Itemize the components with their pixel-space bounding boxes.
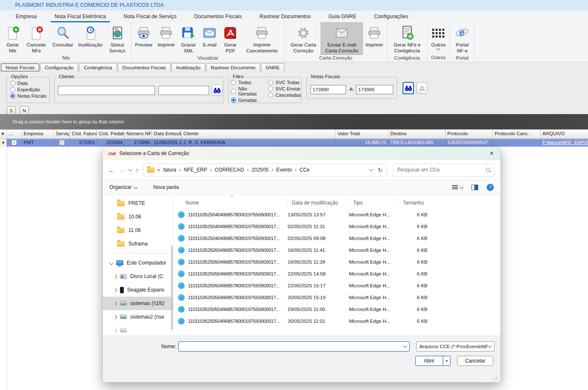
sidebar-folder-suframa[interactable]: Suframa [103,237,173,251]
radio-expedicao[interactable]: Expedição [10,87,49,92]
tab-rastrear-documento[interactable]: Rastrear Documento [206,63,260,71]
tab-notas-fiscais[interactable]: Notas Fiscais [1,63,39,71]
resize-grip[interactable] [496,379,497,380]
chevron-collapsed-icon[interactable] [113,301,117,305]
radio-canceladas[interactable]: Canceladas [268,93,301,98]
file-row[interactable]: 11011035250504968578000197550000017... 3… [174,315,501,327]
breadcrumb-segment[interactable]: 202505 [252,167,269,173]
cell-arquivo-link[interactable]: F:\fatura\NFE_ERP\202 [541,139,588,147]
imprimir-carta-button[interactable]: Imprimir [363,22,386,49]
consultar-button[interactable]: Consultar [50,22,76,49]
column-header-protocolo-canc[interactable]: Protocolo Canc. [493,130,541,138]
gravar-xml-button[interactable]: Gravar XML [177,22,199,55]
close-icon[interactable]: × [483,147,501,160]
file-name-input[interactable] [178,341,410,352]
file-row[interactable]: 11011035250404968578000197550000017... 0… [174,221,501,232]
export-button[interactable] [416,82,427,94]
sidebar-item-este-computador[interactable]: Este Computador [103,256,173,270]
column-header-cliente[interactable]: Cliente [182,130,336,138]
radio-geradas[interactable]: Geradas [231,98,267,103]
nova-pasta-button[interactable]: Nova pasta [153,184,179,190]
file-row[interactable]: 11011035250504968578000197550000017... 2… [174,280,501,292]
nf-from-input[interactable]: 173990 [310,85,346,94]
radio-todas[interactable]: Todas [231,80,267,85]
file-row[interactable]: 11011035250504968578000197550000017... 1… [174,256,501,268]
checkbox-unchecked-icon[interactable] [59,140,65,145]
cancelar-nfe-button[interactable]: Cancelar NFe [23,22,50,55]
breadcrumb-segment[interactable]: CCe [299,167,310,173]
file-row[interactable]: 11011035250504968578000197550000017... 2… [174,303,501,315]
file-row[interactable]: 11011035250404968578000197550000017... 1… [174,209,501,221]
column-header-empresa[interactable]: Empresa [22,130,54,138]
portal-nfe-button[interactable]: e Portal NF-e [451,22,473,55]
n-button[interactable]: N [20,106,29,115]
breadcrumb-segment[interactable]: NFE_ERP [184,167,207,173]
enviar-email-carta-correcao-button[interactable]: Enviar E-mail Carta Correção [321,22,363,55]
chevron-expanded-icon[interactable] [109,261,114,265]
column-header-protocolo[interactable]: Protocolo [446,130,493,138]
menu-tab-nota-fiscal-servico[interactable]: Nota Fiscal de Serviço [115,11,185,22]
menu-tab-empresa[interactable]: Empresa [7,11,46,22]
column-header-tipo[interactable]: Tipo [349,200,399,206]
inutilizacao-button[interactable]: Inutilização [76,22,105,49]
menu-tab-configuracoes[interactable]: Configurações [365,11,417,22]
column-header-data-emissao[interactable]: Data Emissão [152,130,182,138]
column-header-valor-total[interactable]: Valor Total [336,130,389,138]
column-header-numero-nf[interactable]: Número NF [125,130,152,138]
refresh-icon[interactable]: ↻ [378,167,383,173]
file-name-text-input[interactable] [181,344,404,349]
preview-pane-icon[interactable] [471,185,478,190]
help-icon[interactable]: ? [487,184,494,191]
gerar-nfe-contigencia-button[interactable]: Gerar NFe e Contigência [389,22,426,55]
status-servico-button[interactable]: Status Serviço [105,22,130,55]
outros-button[interactable]: Outros [429,22,449,51]
imprimir-cancelamento-button[interactable]: Imprimir Cancelamento [241,22,283,55]
recent-locations-chevron-icon[interactable] [128,167,133,172]
radio-notas-fiscais[interactable]: Notas Fiscais [10,93,49,98]
imprimir-button[interactable]: Imprimir [155,22,178,49]
grid-corner-header[interactable]: ∗ [0,130,7,138]
dialog-title-bar[interactable]: CNE Selecione a Carta de Correção × [103,147,501,160]
cliente-nome-input[interactable] [158,86,209,95]
breadcrumb-segment[interactable]: Evento [276,167,292,173]
gerar-pdf-button[interactable]: Gerar PDF [220,22,241,55]
preview-button[interactable]: Preview [133,22,155,49]
sidebar-folder-frete[interactable]: FRETE [103,196,173,210]
chevron-down-icon[interactable] [403,344,408,348]
abrir-dropdown-arrow[interactable]: ▾ [443,356,450,365]
view-mode-button[interactable] [452,184,463,190]
tab-gnre[interactable]: GNRE [261,63,284,71]
file-row[interactable]: 11011035250504968578000197550000017... 2… [174,268,501,280]
menu-tab-nota-fiscal-eletronica[interactable]: Nota Fiscal Eletrônica [46,11,115,22]
tab-configuracao[interactable]: Configuração [40,63,78,71]
breadcrumb-segment[interactable]: fatura [163,167,176,173]
table-row[interactable]: ► ✓ PMT 373351 220394 173990 11/06/2025 … [0,139,588,147]
gerar-carta-correcao-button[interactable]: Gerar Carta Correção [286,22,321,55]
column-header-cod-pedido[interactable]: Cód. Pedido [97,130,125,138]
radio-nao-geradas[interactable]: Não Geradas [231,86,267,96]
file-row[interactable]: 11011035250404968578000197550000017... 0… [174,232,501,244]
column-header-cod-fatura[interactable]: Cód. Fatura [70,130,97,138]
cliente-codigo-input[interactable] [58,86,155,95]
breadcrumb-overflow[interactable]: « [158,167,161,173]
group-by-bar[interactable]: Drag a column header here to group by th… [0,114,588,129]
tab-contingencia[interactable]: Contingência [79,63,117,71]
file-row[interactable]: 11011035250504968578000197550000017... 3… [174,292,501,303]
column-header-tamanho[interactable]: Tamanho [399,200,437,206]
organizar-button[interactable]: Organizar [109,184,137,190]
checkbox-checked-icon[interactable]: ✓ [11,140,17,145]
column-header-servico[interactable]: Serviço [54,130,70,138]
abrir-button[interactable]: Abrir ▾ [415,356,451,366]
row-check-cell[interactable]: ✓ [7,139,22,147]
sidebar-folder-1006[interactable]: 10.06 [103,210,173,224]
breadcrumb-segment[interactable]: CORRECAO [215,167,244,173]
sidebar-item-partial[interactable] [103,324,173,335]
menu-tab-documentos-fiscais[interactable]: Documentos Fiscais [185,11,251,22]
breadcrumb[interactable]: « fatura › NFE_ERP › CORRECAO › 202505 ›… [143,164,387,177]
cliente-search-button[interactable] [212,85,223,96]
menu-tab-rastrear-documentos[interactable]: Rastrear Documentos [250,11,320,22]
chevron-collapsed-icon[interactable] [113,274,117,278]
forward-icon[interactable]: → [119,166,125,174]
sidebar-item-sistemas2[interactable]: sistemas2 (\\se [103,310,173,324]
sidebar-item-sistemas[interactable]: sistemas (\\192 [103,297,173,310]
